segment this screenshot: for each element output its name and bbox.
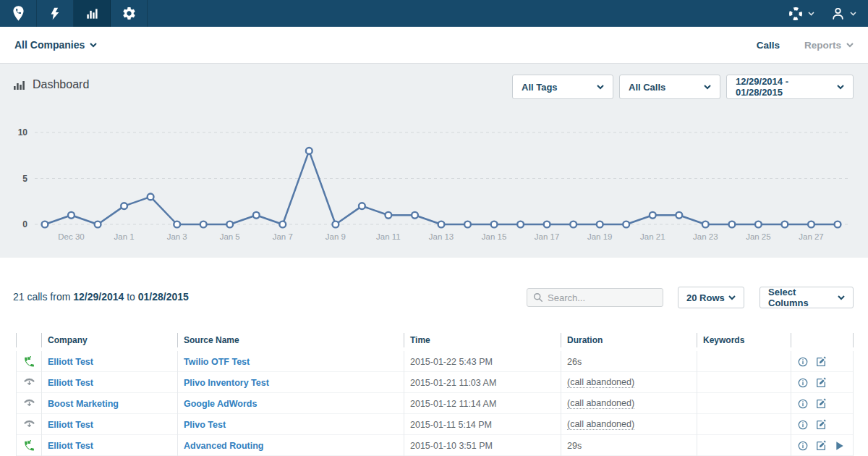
calls-section: 21 calls from 12/29/2014 to 01/28/2015 2… — [0, 258, 868, 456]
rows-per-page-dropdown[interactable]: 20 Rows — [678, 287, 744, 308]
chevron-down-icon — [90, 43, 97, 48]
filter-bar: All Tags All Calls 12/29/2014 - 01/28/20… — [512, 75, 854, 99]
source-cell: Twilio OTF Test — [177, 351, 404, 372]
calls-filter-dropdown[interactable]: All Calls — [619, 75, 720, 99]
table-row: Elliott TestAdvanced Routing2015-01-10 3… — [16, 435, 854, 456]
duration-cell: (call abandoned) — [561, 414, 697, 435]
navbar-right — [788, 0, 868, 27]
company-link[interactable]: Elliott Test — [48, 378, 93, 388]
chart-data-point — [121, 203, 127, 209]
date-range-dropdown[interactable]: 12/29/2014 - 01/28/2015 — [726, 75, 854, 99]
search-input[interactable] — [548, 292, 657, 303]
x-axis-tick-label: Jan 3 — [167, 232, 187, 241]
call-time: 2015-01-21 11:03 AM — [410, 378, 496, 388]
call-duration: (call abandoned) — [567, 419, 634, 430]
nav-tab-activity[interactable] — [37, 0, 74, 27]
play-recording-icon[interactable] — [833, 440, 845, 452]
edit-note-icon[interactable] — [815, 440, 827, 452]
company-cell: Elliott Test — [41, 414, 177, 435]
time-cell: 2015-01-21 11:03 AM — [404, 372, 561, 393]
company-cell: Elliott Test — [41, 372, 177, 393]
edit-note-icon[interactable] — [815, 377, 827, 389]
header-time: Time — [404, 333, 561, 347]
nav-tab-reports[interactable] — [74, 0, 111, 27]
chart-data-point — [623, 221, 629, 228]
chart-data-point — [200, 221, 207, 228]
chart-data-point — [544, 221, 550, 228]
nav-link-calls[interactable]: Calls — [757, 40, 780, 51]
nav-link-reports[interactable]: Reports — [804, 40, 854, 51]
subheader: All Companies Calls Reports — [0, 27, 868, 64]
table-header-row: Company Source Name Time Duration Keywor… — [16, 329, 854, 351]
chart-data-point — [412, 212, 418, 219]
calls-summary-count: 21 calls from — [13, 291, 70, 303]
chart-data-point — [306, 148, 312, 154]
x-axis-tick-label: Jan 25 — [746, 232, 771, 241]
chevron-down-icon — [838, 295, 845, 300]
source-link[interactable]: Advanced Routing — [184, 441, 263, 451]
source-link[interactable]: Plivo Test — [184, 420, 226, 430]
source-cell: Google AdWords — [177, 393, 404, 414]
info-icon[interactable] — [797, 356, 809, 368]
call-status-cell — [16, 393, 41, 414]
keywords-cell — [697, 372, 791, 393]
tags-filter-dropdown[interactable]: All Tags — [512, 75, 613, 99]
calls-summary-to-date: 01/28/2015 — [138, 291, 189, 303]
time-cell: 2015-01-22 5:43 PM — [404, 351, 561, 372]
chart-data-point — [491, 221, 498, 228]
edit-note-icon[interactable] — [815, 419, 827, 431]
chart-data-point — [808, 221, 814, 228]
nav-tab-home[interactable] — [0, 0, 37, 27]
chart-data-point — [226, 221, 233, 228]
company-link[interactable]: Elliott Test — [48, 441, 93, 451]
call-time: 2015-01-22 5:43 PM — [410, 357, 493, 367]
subnav: Calls Reports — [757, 40, 854, 51]
person-icon — [830, 6, 846, 21]
source-link[interactable]: Twilio OTF Test — [184, 357, 250, 367]
table-row: Elliott TestPlivo Test2015-01-11 5:14 PM… — [16, 414, 854, 435]
info-icon[interactable] — [797, 440, 809, 452]
chevron-down-icon — [837, 85, 844, 90]
chevron-down-icon — [597, 85, 604, 90]
chart-data-point — [755, 221, 762, 228]
edit-note-icon[interactable] — [815, 398, 827, 410]
source-link[interactable]: Plivo Inventory Test — [184, 378, 269, 388]
company-link[interactable]: Elliott Test — [48, 357, 93, 367]
select-columns-dropdown[interactable]: Select Columns — [760, 287, 854, 308]
help-menu[interactable] — [788, 6, 814, 22]
x-axis-tick-label: Jan 7 — [273, 232, 293, 241]
calls-summary-from-date: 12/29/2014 — [73, 291, 124, 303]
x-axis-tick-label: Jan 15 — [482, 232, 507, 241]
life-ring-icon — [788, 6, 804, 22]
info-icon[interactable] — [797, 398, 809, 410]
info-icon[interactable] — [797, 419, 809, 431]
account-menu[interactable] — [830, 6, 856, 21]
call-status-cell — [16, 372, 41, 393]
incoming-call-icon — [23, 355, 35, 368]
company-link[interactable]: Boost Marketing — [48, 399, 119, 409]
chart-data-point — [570, 221, 576, 228]
calls-line-chart: 0510Dec 30Jan 1Jan 3Jan 5Jan 7Jan 9Jan 1… — [0, 123, 868, 252]
header-company: Company — [41, 333, 177, 347]
nav-tab-settings[interactable] — [111, 0, 148, 27]
x-axis-tick-label: Jan 21 — [640, 232, 665, 241]
edit-note-icon[interactable] — [815, 356, 827, 368]
chart-data-point — [174, 221, 180, 228]
lightning-bolt-icon — [48, 7, 62, 21]
x-axis-tick-label: Jan 23 — [693, 232, 718, 241]
info-icon[interactable] — [797, 377, 809, 389]
source-link[interactable]: Google AdWords — [184, 399, 257, 409]
header-keywords: Keywords — [697, 333, 791, 347]
search-icon — [533, 292, 543, 303]
x-axis-tick-label: Jan 13 — [429, 232, 454, 241]
keywords-cell — [697, 414, 791, 435]
x-axis-tick-label: Jan 19 — [587, 232, 613, 241]
company-selector[interactable]: All Companies — [14, 39, 97, 51]
call-time: 2015-01-10 3:51 PM — [410, 441, 493, 451]
header-status — [16, 333, 41, 347]
chart-data-point — [333, 221, 339, 228]
company-link[interactable]: Elliott Test — [48, 420, 93, 430]
company-cell: Elliott Test — [41, 351, 177, 372]
table-row: Elliott TestTwilio OTF Test2015-01-22 5:… — [16, 351, 854, 372]
chevron-down-icon — [846, 43, 854, 48]
